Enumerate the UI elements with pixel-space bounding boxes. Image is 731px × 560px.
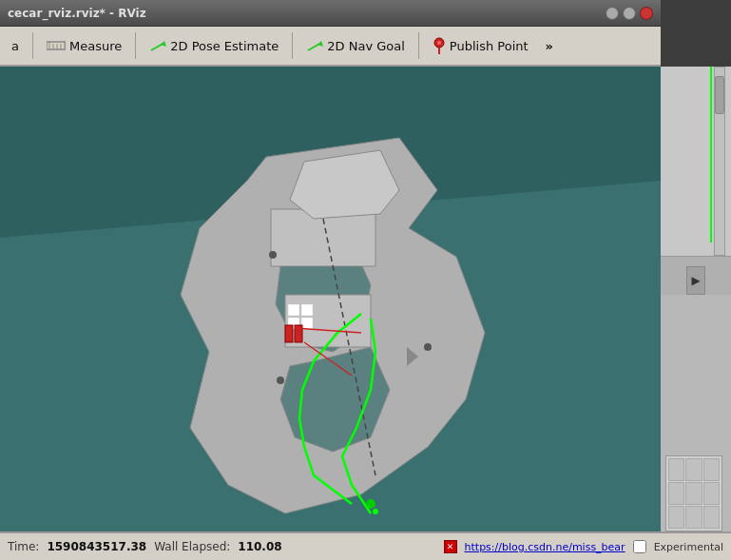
time-label: Time: xyxy=(8,540,39,553)
svg-point-29 xyxy=(269,251,277,259)
viewport-3d[interactable] xyxy=(0,67,661,531)
toolbar-separator-1 xyxy=(32,32,33,59)
toolbar-separator-3 xyxy=(292,32,293,59)
main-area: ▶ xyxy=(0,67,731,531)
toolbar-separator-2 xyxy=(135,32,136,59)
grid-cell-2 xyxy=(685,458,702,481)
toolbar-separator-4 xyxy=(418,32,419,59)
close-button[interactable] xyxy=(640,7,653,20)
interact-label: a xyxy=(11,39,19,53)
toolbar-item-publish-point[interactable]: Publish Point xyxy=(425,34,536,57)
grid-cell-7 xyxy=(668,506,684,529)
measure-label: Measure xyxy=(69,39,122,53)
grid-cell-3 xyxy=(703,458,720,481)
grid-cell-5 xyxy=(685,482,702,505)
experimental-checkbox[interactable] xyxy=(633,540,646,553)
nav-icon xyxy=(306,39,323,52)
window-title: cecar_rviz.rviz* - RViz xyxy=(8,7,146,20)
svg-point-31 xyxy=(424,343,432,351)
svg-point-33 xyxy=(373,509,378,514)
publish-icon xyxy=(433,37,446,54)
grid-cell-8 xyxy=(685,506,702,529)
viewport-arrow-button[interactable]: ▶ xyxy=(686,266,705,295)
svg-point-30 xyxy=(277,377,284,384)
svg-rect-24 xyxy=(285,325,293,342)
right-panel: ▶ xyxy=(661,67,731,531)
maximize-button[interactable] xyxy=(623,7,636,20)
toolbar-item-pose-estimate[interactable]: 2D Pose Estimate xyxy=(142,36,286,56)
grid-cell-1 xyxy=(668,458,684,481)
grid-cell-6 xyxy=(703,482,720,505)
minimize-button[interactable] xyxy=(606,7,619,20)
toolbar-item-nav-goal[interactable]: 2D Nav Goal xyxy=(298,36,413,56)
right-panel-scrollbar-area xyxy=(661,67,731,257)
scene-svg xyxy=(0,67,661,531)
nav-goal-label: 2D Nav Goal xyxy=(327,39,405,53)
time-value: 1590843517.38 xyxy=(47,540,146,553)
publish-point-label: Publish Point xyxy=(450,39,529,53)
grid-cell-9 xyxy=(703,506,720,529)
status-bar: Time: 1590843517.38 Wall Elapsed: 110.08… xyxy=(0,531,731,560)
svg-rect-23 xyxy=(301,318,313,329)
status-close-button[interactable]: ✕ xyxy=(444,540,457,553)
pose-icon xyxy=(149,39,166,52)
experimental-label: Experimental xyxy=(654,541,723,553)
toolbar-item-measure[interactable]: Measure xyxy=(39,36,129,56)
scrollbar-thumb[interactable] xyxy=(715,76,724,114)
grid-cell-4 xyxy=(668,482,684,505)
green-indicator-line xyxy=(710,67,712,242)
svg-point-32 xyxy=(366,499,375,509)
grid-overlay xyxy=(665,455,722,531)
measure-icon xyxy=(47,40,66,51)
elapsed-value: 110.08 xyxy=(238,540,281,553)
svg-rect-20 xyxy=(288,304,299,316)
svg-point-11 xyxy=(437,41,441,45)
elapsed-label: Wall Elapsed: xyxy=(154,540,230,553)
toolbar-more-button[interactable]: » xyxy=(540,36,559,56)
svg-rect-21 xyxy=(301,304,313,316)
toolbar-item-interact[interactable]: a xyxy=(4,36,27,56)
status-link[interactable]: https://blog.csdn.ne/miss_bear xyxy=(465,541,625,553)
pose-estimate-label: 2D Pose Estimate xyxy=(170,39,279,53)
toolbar: a Measure 2D Pose Estimate 2D Nav Goal xyxy=(0,27,661,67)
right-panel-bottom xyxy=(661,295,731,531)
title-bar: cecar_rviz.rviz* - RViz xyxy=(0,0,661,27)
window-controls xyxy=(606,7,653,20)
